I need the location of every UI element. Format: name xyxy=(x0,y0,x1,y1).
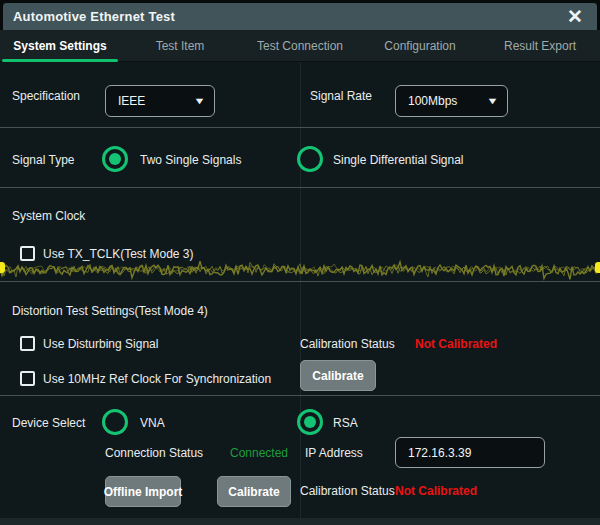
distortion-title: Distortion Test Settings(Test Mode 4) xyxy=(12,304,208,318)
specification-value: IEEE xyxy=(118,94,145,108)
two-single-signals-label: Two Single Signals xyxy=(140,153,241,167)
tab-result-export[interactable]: Result Export xyxy=(480,30,600,61)
radio-rsa[interactable] xyxy=(297,409,323,435)
tab-test-item[interactable]: Test Item xyxy=(120,30,240,61)
single-differential-signal-label: Single Differential Signal xyxy=(333,153,464,167)
distortion-calibrate-button[interactable]: Calibrate xyxy=(300,360,376,391)
trace-right-marker xyxy=(595,262,600,273)
trace-left-marker xyxy=(0,262,5,273)
dialog-title: Automotive Ethernet Test xyxy=(13,9,175,24)
use-tx-tclk-label: Use TX_TCLK(Test Mode 3) xyxy=(43,247,194,261)
signal-type-label: Signal Type xyxy=(12,153,75,167)
connection-status-label: Connection Status xyxy=(105,446,203,460)
connection-status-value: Connected xyxy=(230,446,288,460)
titlebar: Automotive Ethernet Test ✕ xyxy=(3,3,597,30)
specification-dropdown[interactable]: IEEE ▼ xyxy=(105,85,215,117)
radio-vna[interactable] xyxy=(102,409,128,435)
close-icon[interactable]: ✕ xyxy=(563,5,587,29)
device-calibrate-button[interactable]: Calibrate xyxy=(217,476,291,507)
signal-rate-label: Signal Rate xyxy=(310,89,372,103)
radio-dot xyxy=(304,416,316,428)
device-calibration-status-label: Calibration Status xyxy=(300,484,395,498)
signal-rate-dropdown[interactable]: 100Mbps ▼ xyxy=(395,85,508,117)
tab-test-connection[interactable]: Test Connection xyxy=(240,30,360,61)
distortion-calibration-status-label: Calibration Status xyxy=(300,337,395,351)
use-disturbing-signal-label: Use Disturbing Signal xyxy=(43,337,158,351)
use-10mhz-ref-clock-label: Use 10MHz Ref Clock For Synchronization xyxy=(43,372,271,386)
frame-top xyxy=(0,0,600,3)
dialog-bottom-edge xyxy=(0,518,600,525)
system-clock-title: System Clock xyxy=(12,209,85,223)
divider xyxy=(0,281,600,282)
radio-dot xyxy=(109,153,121,165)
active-tab-indicator xyxy=(2,59,118,62)
automotive-ethernet-test-dialog: Automotive Ethernet Test ✕ System Settin… xyxy=(0,0,600,525)
use-disturbing-signal-checkbox[interactable] xyxy=(20,336,35,351)
rsa-label: RSA xyxy=(333,416,358,430)
ip-address-label: IP Address xyxy=(305,446,363,460)
device-select-label: Device Select xyxy=(12,416,85,430)
tab-bar: System Settings Test Item Test Connectio… xyxy=(0,30,600,62)
chevron-down-icon: ▼ xyxy=(486,96,498,106)
vertical-divider xyxy=(300,62,301,518)
signal-rate-value: 100Mbps xyxy=(408,94,457,108)
device-calibration-status-value: Not Calibrated xyxy=(395,484,477,498)
specification-label: Specification xyxy=(12,89,80,103)
distortion-calibration-status-value: Not Calibrated xyxy=(415,337,497,351)
offline-import-button[interactable]: Offline Import xyxy=(105,476,181,507)
radio-two-single-signals[interactable] xyxy=(102,146,128,172)
tab-system-settings[interactable]: System Settings xyxy=(0,30,120,61)
ip-address-input[interactable] xyxy=(395,437,545,468)
divider xyxy=(0,187,600,188)
chevron-down-icon: ▼ xyxy=(193,96,205,106)
radio-single-differential-signal[interactable] xyxy=(297,146,323,172)
frame-left xyxy=(0,0,3,30)
use-10mhz-ref-clock-checkbox[interactable] xyxy=(20,371,35,386)
divider xyxy=(0,395,600,396)
vna-label: VNA xyxy=(140,416,165,430)
tab-configuration[interactable]: Configuration xyxy=(360,30,480,61)
divider xyxy=(0,127,600,128)
use-tx-tclk-checkbox[interactable] xyxy=(20,246,35,261)
